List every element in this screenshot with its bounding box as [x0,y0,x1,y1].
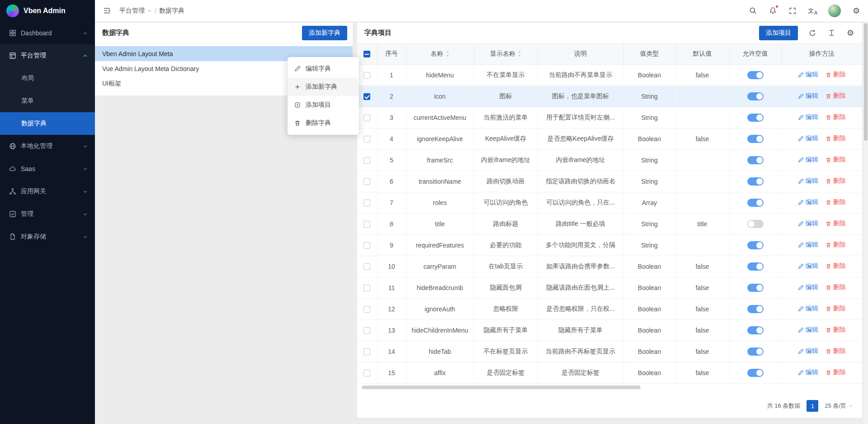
settings-gear-icon[interactable]: ⚙ [852,6,861,15]
column-header-2[interactable]: 名称 [406,43,474,64]
delete-button[interactable]: 删除 [826,305,846,313]
context-menu-item-del-dict[interactable]: 删除字典 [288,114,359,132]
add-item-button[interactable]: 添加项目 [759,26,798,40]
row-checkbox[interactable] [363,136,370,143]
context-menu-item-add-item[interactable]: 添加项目 [288,96,359,114]
delete-button[interactable]: 删除 [826,347,846,355]
row-checkbox[interactable] [363,72,370,79]
user-avatar[interactable] [828,5,841,17]
refresh-icon[interactable] [808,29,817,38]
allow-null-toggle[interactable] [747,156,764,164]
edit-button[interactable]: 编辑 [798,134,818,143]
delete-button[interactable]: 删除 [826,134,846,143]
delete-button[interactable]: 删除 [826,177,846,185]
edit-button[interactable]: 编辑 [798,305,818,313]
delete-button[interactable]: 删除 [826,262,846,270]
sidebar-subitem-dict[interactable]: 数据字典 [0,112,95,135]
sidebar-item-storage[interactable]: 对象存储 [0,225,95,248]
allow-null-toggle[interactable] [747,92,764,100]
context-menu-item-add-dict[interactable]: 添加新字典 [288,78,359,96]
select-all-checkbox[interactable] [363,51,370,57]
delete-button[interactable]: 删除 [826,156,846,164]
allow-null-toggle[interactable] [747,348,764,356]
allow-null-toggle[interactable] [747,262,764,271]
sidebar-item-dashboard[interactable]: Dashboard [0,22,95,44]
row-checkbox[interactable] [363,157,370,164]
edit-button[interactable]: 编辑 [798,219,818,228]
breadcrumb-parent[interactable]: 平台管理 [119,7,145,15]
edit-button[interactable]: 编辑 [798,156,818,164]
delete-button[interactable]: 删除 [826,71,846,79]
allow-null-toggle[interactable] [747,220,764,228]
vertical-scrollbar-thumb[interactable] [864,23,868,141]
row-checkbox[interactable] [363,200,370,206]
horizontal-scrollbar-thumb[interactable] [362,386,641,389]
delete-button[interactable]: 删除 [826,198,846,206]
delete-button[interactable]: 删除 [826,283,846,291]
allow-null-toggle[interactable] [747,177,764,186]
edit-button[interactable]: 编辑 [798,241,818,249]
edit-button[interactable]: 编辑 [798,177,818,185]
allow-null-toggle[interactable] [747,135,764,143]
row-checkbox[interactable] [363,263,370,270]
add-dictionary-button[interactable]: 添加新字典 [302,26,347,40]
app-logo[interactable]: Vben Admin [0,0,95,22]
allow-null-toggle[interactable] [747,71,764,79]
allow-null-toggle[interactable] [747,305,764,313]
sidebar-item-saas[interactable]: Saas [0,157,95,180]
row-checkbox[interactable] [363,221,370,228]
edit-button[interactable]: 编辑 [798,347,818,355]
row-checkbox[interactable] [363,306,370,313]
delete-button[interactable]: 删除 [826,368,846,376]
row-checkbox[interactable] [363,114,370,121]
row-index: 7 [377,192,406,213]
translate-icon[interactable]: 文A [808,6,817,15]
allow-null-toggle[interactable] [747,326,764,334]
allow-null-toggle[interactable] [747,114,764,122]
row-checkbox[interactable] [363,242,370,249]
sidebar-subitem-menu[interactable]: 菜单 [0,90,95,112]
edit-button[interactable]: 编辑 [798,326,818,334]
row-checkbox[interactable] [363,178,370,185]
delete-button[interactable]: 删除 [826,113,846,121]
row-checkbox[interactable] [363,93,370,100]
edit-button[interactable]: 编辑 [798,283,818,291]
row-checkbox[interactable] [363,327,370,334]
delete-button[interactable]: 删除 [826,92,846,100]
sort-icon[interactable] [446,51,449,57]
allow-null-toggle[interactable] [747,241,764,249]
search-icon[interactable] [748,6,757,15]
edit-button[interactable]: 编辑 [798,262,818,270]
edit-button[interactable]: 编辑 [798,92,818,100]
delete-button[interactable]: 删除 [826,219,846,228]
allow-null-toggle[interactable] [747,284,764,292]
edit-button[interactable]: 编辑 [798,368,818,376]
row-checkbox[interactable] [363,285,370,291]
delete-button[interactable]: 删除 [826,241,846,249]
edit-button[interactable]: 编辑 [798,198,818,206]
row-height-icon[interactable] [827,29,836,38]
sidebar-item-locale[interactable]: 本地化管理 [0,135,95,157]
page-size-select[interactable]: 25 条/页 [825,402,853,410]
delete-button[interactable]: 删除 [826,326,846,334]
table-settings-gear-icon[interactable]: ⚙ [846,29,855,38]
pagination-page-1[interactable]: 1 [807,400,818,412]
sidebar-collapse-icon[interactable] [102,6,111,15]
sidebar-subitem-layout[interactable]: 布局 [0,67,95,90]
allow-null-toggle[interactable] [747,199,764,207]
sort-icon[interactable] [518,51,521,57]
edit-button[interactable]: 编辑 [798,113,818,121]
context-menu-item-edit-dict[interactable]: 编辑字典 [288,60,359,78]
row-checkbox[interactable] [363,348,370,355]
notifications-bell-icon[interactable] [768,6,777,15]
allow-null-toggle[interactable] [747,369,764,377]
sidebar-item-management[interactable]: 管理 [0,203,95,225]
row-checkbox[interactable] [363,370,370,376]
sidebar-item-platform[interactable]: 平台管理 [0,44,95,67]
sidebar-item-gateway[interactable]: 应用网关 [0,180,95,203]
fullscreen-icon[interactable] [788,6,797,15]
edit-button[interactable]: 编辑 [798,71,818,79]
column-header-3[interactable]: 显示名称 [474,43,538,64]
horizontal-scrollbar[interactable] [361,385,859,390]
vertical-scrollbar[interactable] [863,22,868,424]
